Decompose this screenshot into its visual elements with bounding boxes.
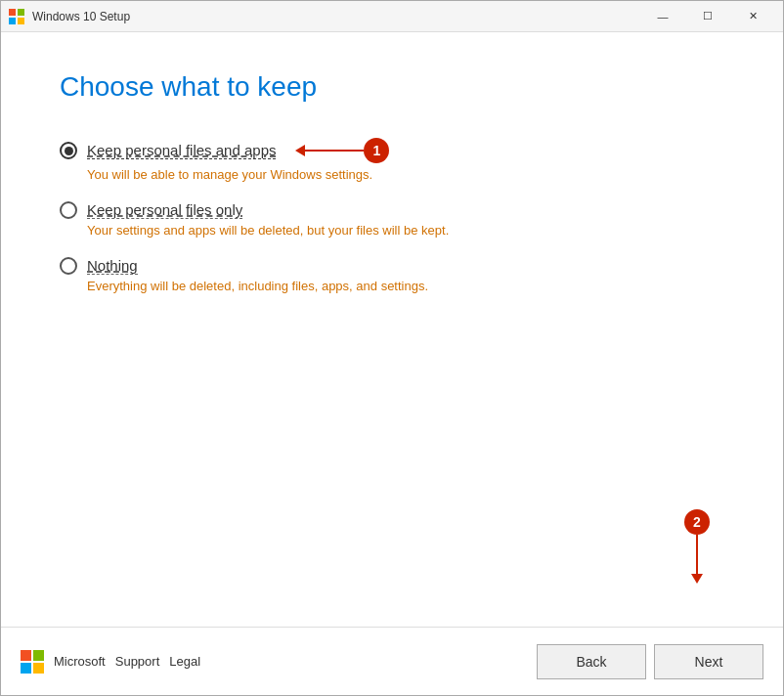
arrow-shaft-v-2 [696, 535, 698, 574]
back-button[interactable]: Back [537, 644, 646, 679]
radio-keep-files-apps[interactable] [60, 142, 77, 159]
option-row-2: Keep personal files only [60, 201, 724, 219]
arrow-head-down-2 [691, 574, 703, 584]
close-button[interactable]: ✕ [730, 1, 775, 32]
radio-nothing[interactable] [60, 257, 77, 275]
arrow-head-1 [295, 145, 305, 156]
option-label-keep-files-apps[interactable]: Keep personal files and apps [87, 142, 276, 159]
option-description-2: Your settings and apps will be deleted, … [87, 223, 724, 238]
option-label-keep-files-only[interactable]: Keep personal files only [87, 201, 242, 219]
brand-name: Microsoft [54, 654, 106, 669]
logo-red [21, 650, 31, 661]
logo-blue [21, 663, 31, 674]
option-description-1: You will be able to manage your Windows … [87, 167, 724, 182]
main-content: Choose what to keep Keep personal files … [1, 32, 783, 627]
option-row-1: Keep personal files and apps 1 [60, 138, 724, 163]
svg-rect-3 [18, 18, 24, 24]
logo-yellow [33, 663, 44, 674]
svg-rect-2 [9, 18, 16, 24]
arrow-shaft-1 [305, 150, 364, 152]
support-link[interactable]: Support [115, 654, 160, 669]
option-group-2: Keep personal files only Your settings a… [60, 201, 724, 238]
annotation-2-arrow [691, 535, 703, 584]
annotation-2-container: 2 [684, 509, 710, 584]
svg-rect-1 [18, 9, 24, 16]
svg-rect-0 [9, 9, 16, 16]
title-bar: Windows 10 Setup — ☐ ✕ [1, 1, 783, 32]
option-description-3: Everything will be deleted, including fi… [87, 279, 724, 293]
windows-setup-window: Windows 10 Setup — ☐ ✕ Choose what to ke… [0, 0, 784, 696]
footer-brand: Microsoft Support Legal [21, 650, 200, 674]
radio-inner-selected [65, 147, 73, 155]
footer: Microsoft Support Legal Back Next [1, 627, 783, 695]
minimize-button[interactable]: — [640, 1, 685, 32]
restore-button[interactable]: ☐ [685, 1, 730, 32]
annotation-marker-1: 1 [364, 138, 389, 163]
options-list: Keep personal files and apps 1 You will … [60, 138, 724, 313]
option-row-3: Nothing [60, 257, 724, 275]
windows-icon [9, 9, 24, 24]
radio-keep-files-only[interactable] [60, 201, 77, 219]
next-button[interactable]: Next [654, 644, 763, 679]
annotation-marker-2: 2 [684, 509, 710, 535]
option-label-nothing[interactable]: Nothing [87, 257, 138, 275]
page-title: Choose what to keep [60, 71, 724, 103]
legal-link[interactable]: Legal [169, 654, 200, 669]
title-bar-text: Windows 10 Setup [32, 10, 640, 23]
title-bar-controls: — ☐ ✕ [640, 1, 775, 32]
annotation-1-arrow: 1 [295, 138, 389, 163]
option-group-1: Keep personal files and apps 1 You will … [60, 138, 724, 182]
footer-buttons: Back Next [537, 644, 763, 679]
microsoft-logo [21, 650, 44, 674]
logo-green [33, 650, 44, 661]
option-group-3: Nothing Everything will be deleted, incl… [60, 257, 724, 293]
